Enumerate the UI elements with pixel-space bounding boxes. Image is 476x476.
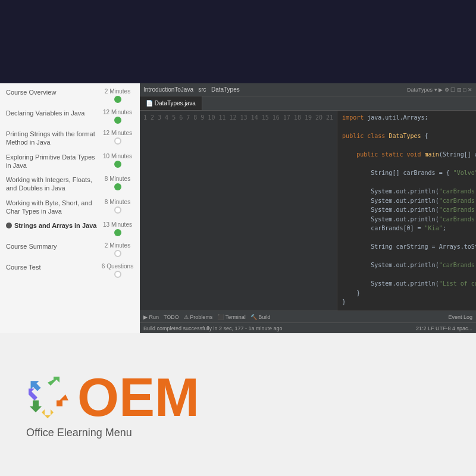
svg-marker-5 [29, 389, 37, 400]
sidebar-item-7[interactable]: Course Summary 2 Minutes [6, 242, 134, 257]
event-log: Event Log [448, 314, 472, 320]
sidebar-dot-6 [114, 229, 121, 236]
svg-marker-1 [48, 377, 60, 386]
ide-tabs: 📄 DataTypes.java [140, 96, 476, 111]
logo-container: OEM Office Elearning Menu [24, 371, 199, 439]
build-tab[interactable]: 🔨 Build [250, 314, 271, 320]
ide-bottom-toolbar: ▶ Run TODO ⚠ Problems ⬛ Terminal 🔨 Build… [140, 311, 476, 322]
sidebar-label-1: Declaring Variables in Java [6, 109, 101, 117]
sidebar-duration-5: 8 Minutes [105, 199, 130, 205]
ide-topbar-actions: DataTypes ▾ ▶ ⚙ ☐ ⊟ □ ✕ [407, 87, 472, 93]
sidebar-item-6[interactable]: Strings and Arrays in Java 13 Minutes [6, 221, 134, 236]
course-sidebar: Course Overview 2 Minutes Declaring Vari… [0, 83, 140, 333]
active-bullet [6, 223, 12, 228]
cursor-position: 21:2 LF UTF-8 4 spac... [416, 325, 472, 331]
todo-tab[interactable]: TODO [164, 314, 179, 320]
ide-tab-datatypes[interactable]: 📄 DataTypes.java [140, 96, 202, 110]
svg-marker-2 [57, 394, 68, 406]
sidebar-duration-8: 6 Questions [102, 263, 133, 270]
sidebar-duration-0: 2 Minutes [105, 88, 130, 95]
sidebar-duration-4: 8 Minutes [105, 176, 130, 182]
sidebar-duration-7: 2 Minutes [105, 242, 130, 249]
sidebar-label-8: Course Test [6, 263, 101, 271]
code-editor[interactable]: import java.util.Arrays; public class Da… [337, 111, 476, 311]
bottom-logo-area: OEM Office Elearning Menu [0, 333, 476, 476]
sidebar-duration-3: 10 Minutes [103, 153, 132, 159]
sidebar-label-6: Strings and Arrays in Java [14, 221, 101, 230]
sidebar-dot-0 [114, 96, 121, 103]
sidebar-dot-4 [114, 183, 121, 190]
ide-topbar-text: IntroductionToJava src DataTypes [143, 86, 240, 93]
line-numbers: 1 2 3 4 5 6 7 8 9 10 11 12 13 14 15 16 1… [140, 111, 337, 311]
terminal-tab[interactable]: ⬛ Terminal [217, 314, 245, 320]
sidebar-label-5: Working with Byte, Short, and Char Types… [6, 199, 101, 216]
sidebar-label-0: Course Overview [6, 88, 101, 96]
sidebar-duration-2: 12 Minutes [103, 130, 132, 136]
sidebar-item-0[interactable]: Course Overview 2 Minutes [6, 88, 134, 103]
svg-marker-4 [30, 400, 42, 412]
ide-statusbar: Build completed successfully in 2 sec, 1… [140, 322, 476, 333]
sidebar-duration-1: 12 Minutes [103, 109, 132, 115]
run-tab[interactable]: ▶ Run [143, 314, 159, 320]
sidebar-dot-7 [114, 250, 121, 257]
sidebar-dot-3 [114, 161, 121, 168]
sidebar-item-5[interactable]: Working with Byte, Short, and Char Types… [6, 199, 134, 216]
build-status: Build completed successfully in 2 sec, 1… [143, 325, 283, 331]
problems-tab[interactable]: ⚠ Problems [184, 314, 213, 320]
ide-panel: IntroductionToJava src DataTypes DataTyp… [140, 83, 476, 333]
sidebar-label-3: Exploring Primitive Data Types in Java [6, 153, 101, 170]
sidebar-item-1[interactable]: Declaring Variables in Java 12 Minutes [6, 109, 134, 124]
ide-topbar: IntroductionToJava src DataTypes DataTyp… [140, 83, 476, 96]
sidebar-dot-8 [114, 271, 121, 278]
sidebar-item-2[interactable]: Printing Strings with the format Method … [6, 130, 134, 147]
sidebar-duration-6: 13 Minutes [103, 221, 132, 228]
sidebar-item-4[interactable]: Working with Integers, Floats, and Doubl… [6, 176, 134, 193]
sidebar-item-3[interactable]: Exploring Primitive Data Types in Java 1… [6, 153, 134, 170]
logo-row: OEM [24, 371, 199, 424]
sidebar-label-4: Working with Integers, Floats, and Doubl… [6, 176, 101, 193]
main-content: Course Overview 2 Minutes Declaring Vari… [0, 83, 476, 333]
ide-editor: 1 2 3 4 5 6 7 8 9 10 11 12 13 14 15 16 1… [140, 111, 476, 311]
oem-tagline: Office Elearning Menu [26, 427, 132, 439]
sidebar-dot-2 [114, 137, 121, 145]
sidebar-dot-1 [114, 117, 121, 124]
top-banner [0, 0, 476, 83]
sidebar-dot-5 [114, 206, 121, 214]
sidebar-label-7: Course Summary [6, 242, 101, 250]
oem-logo-text: OEM [77, 371, 199, 424]
sidebar-label-2: Printing Strings with the format Method … [6, 130, 101, 147]
sidebar-item-8[interactable]: Course Test 6 Questions [6, 263, 134, 278]
oem-arrows-icon [24, 374, 71, 421]
svg-marker-3 [42, 409, 54, 418]
